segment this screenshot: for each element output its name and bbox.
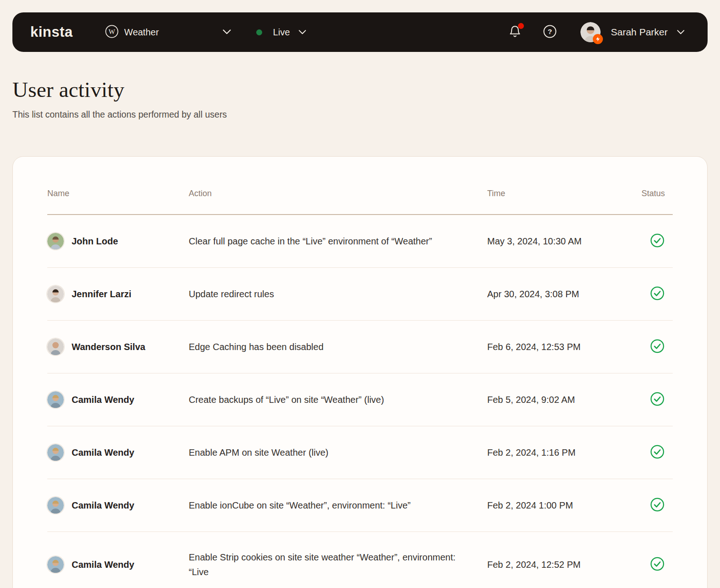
action-cell: Enable Strip cookies on site site weathe… bbox=[189, 550, 487, 579]
action-text: Update redirect rules bbox=[189, 287, 456, 301]
name-cell: Camila Wendy bbox=[47, 497, 189, 514]
check-circle-icon bbox=[650, 392, 664, 408]
action-text: Enable ionCube on site “Weather”, enviro… bbox=[189, 498, 456, 513]
environment-selector-dropdown[interactable]: Live bbox=[256, 27, 307, 38]
user-activity-table: Name Action Time Status John Lode Clear … bbox=[13, 157, 707, 588]
time-cell: May 3, 2024, 10:30 AM bbox=[487, 236, 641, 247]
action-cell: Clear full page cache in the “Live” envi… bbox=[189, 234, 487, 249]
check-circle-icon bbox=[650, 498, 664, 514]
column-header-status: Status bbox=[641, 189, 673, 198]
user-name: Camila Wendy bbox=[72, 447, 134, 458]
check-circle-icon bbox=[650, 339, 664, 355]
table-row[interactable]: John Lode Clear full page cache in the “… bbox=[47, 215, 673, 268]
live-status-dot-icon bbox=[256, 29, 262, 35]
table-row[interactable]: Camila Wendy Enable APM on site Weather … bbox=[47, 426, 673, 479]
action-text: Enable Strip cookies on site site weathe… bbox=[189, 550, 456, 579]
action-text: Clear full page cache in the “Live” envi… bbox=[189, 234, 456, 249]
table-body: John Lode Clear full page cache in the “… bbox=[47, 215, 673, 588]
environment-label: Live bbox=[273, 27, 290, 38]
user-name: Camila Wendy bbox=[72, 500, 134, 511]
table-row[interactable]: Wanderson Silva Edge Caching has been di… bbox=[47, 321, 673, 373]
chevron-down-icon bbox=[298, 28, 306, 36]
user-avatar bbox=[47, 497, 64, 514]
wordpress-icon: W bbox=[105, 25, 118, 40]
user-avatar bbox=[47, 556, 64, 573]
user-name: Jennifer Larzi bbox=[72, 289, 131, 300]
time-cell: Feb 2, 2024, 12:52 PM bbox=[487, 560, 641, 570]
site-selector-label: Weather bbox=[124, 27, 159, 38]
check-circle-icon bbox=[650, 557, 664, 573]
kinsta-logo[interactable]: kinsta bbox=[30, 24, 73, 40]
name-cell: Wanderson Silva bbox=[47, 339, 189, 355]
table-row[interactable]: Camila Wendy Create backups of “Live” on… bbox=[47, 373, 673, 426]
status-cell bbox=[641, 445, 673, 461]
user-menu-avatar bbox=[580, 22, 601, 42]
action-cell: Enable APM on site Weather (live) bbox=[189, 445, 487, 460]
action-text: Create backups of “Live” on site “Weathe… bbox=[189, 392, 456, 407]
page-title: User activity bbox=[12, 77, 227, 102]
user-name-label: Sarah Parker bbox=[611, 27, 668, 38]
user-activity-card: Name Action Time Status John Lode Clear … bbox=[12, 156, 708, 588]
column-header-name: Name bbox=[47, 189, 189, 198]
name-cell: Jennifer Larzi bbox=[47, 286, 189, 302]
help-button[interactable]: ? bbox=[543, 25, 557, 40]
action-text: Enable APM on site Weather (live) bbox=[189, 445, 456, 460]
status-cell bbox=[641, 339, 673, 355]
chevron-down-icon bbox=[677, 28, 685, 36]
time-cell: Feb 6, 2024, 12:53 PM bbox=[487, 342, 641, 352]
table-header-row: Name Action Time Status bbox=[47, 157, 673, 215]
name-cell: Camila Wendy bbox=[47, 444, 189, 461]
site-selector-dropdown[interactable]: W Weather bbox=[105, 25, 231, 40]
lightning-badge-icon bbox=[593, 34, 603, 44]
action-cell: Enable ionCube on site “Weather”, enviro… bbox=[189, 498, 487, 513]
time-cell: Feb 2, 2024 1:00 PM bbox=[487, 500, 641, 511]
notifications-button[interactable] bbox=[509, 25, 521, 40]
svg-text:W: W bbox=[108, 28, 115, 35]
user-avatar bbox=[47, 444, 64, 461]
column-header-action: Action bbox=[189, 189, 487, 198]
notification-red-dot bbox=[518, 23, 524, 29]
action-cell: Update redirect rules bbox=[189, 287, 487, 301]
chevron-down-icon bbox=[223, 28, 231, 36]
user-avatar bbox=[47, 391, 64, 408]
name-cell: Camila Wendy bbox=[47, 391, 189, 408]
navbar-right-group: ? Sarah Parker bbox=[509, 22, 685, 42]
table-row[interactable]: Jennifer Larzi Update redirect rules Apr… bbox=[47, 268, 673, 321]
time-cell: Apr 30, 2024, 3:08 PM bbox=[487, 289, 641, 300]
user-avatar bbox=[47, 233, 64, 249]
name-cell: John Lode bbox=[47, 233, 189, 249]
page-subtitle: This list contains all the actions perfo… bbox=[12, 109, 227, 120]
user-name: John Lode bbox=[72, 236, 118, 247]
time-cell: Feb 5, 2024, 9:02 AM bbox=[487, 395, 641, 405]
user-menu[interactable]: Sarah Parker bbox=[580, 22, 685, 42]
column-header-time: Time bbox=[487, 189, 641, 198]
status-cell bbox=[641, 557, 673, 573]
svg-text:?: ? bbox=[548, 28, 552, 35]
user-avatar bbox=[47, 286, 64, 302]
name-cell: Camila Wendy bbox=[47, 556, 189, 573]
check-circle-icon bbox=[650, 233, 664, 249]
status-cell bbox=[641, 233, 673, 249]
user-name: Wanderson Silva bbox=[72, 342, 145, 352]
page-header: User activity This list contains all the… bbox=[12, 77, 227, 120]
check-circle-icon bbox=[650, 445, 664, 461]
top-navbar: kinsta W Weather Live bbox=[12, 12, 708, 52]
check-circle-icon bbox=[650, 286, 664, 302]
table-row[interactable]: Camila Wendy Enable ionCube on site “Wea… bbox=[47, 479, 673, 532]
user-avatar bbox=[47, 339, 64, 355]
user-name: Camila Wendy bbox=[72, 395, 134, 405]
status-cell bbox=[641, 286, 673, 302]
action-cell: Edge Caching has been disabled bbox=[189, 339, 487, 354]
status-cell bbox=[641, 392, 673, 408]
time-cell: Feb 2, 2024, 1:16 PM bbox=[487, 447, 641, 458]
action-cell: Create backups of “Live” on site “Weathe… bbox=[189, 392, 487, 407]
table-row[interactable]: Camila Wendy Enable Strip cookies on sit… bbox=[47, 532, 673, 588]
action-text: Edge Caching has been disabled bbox=[189, 339, 456, 354]
question-circle-icon: ? bbox=[543, 25, 557, 40]
status-cell bbox=[641, 498, 673, 514]
user-name: Camila Wendy bbox=[72, 560, 134, 570]
